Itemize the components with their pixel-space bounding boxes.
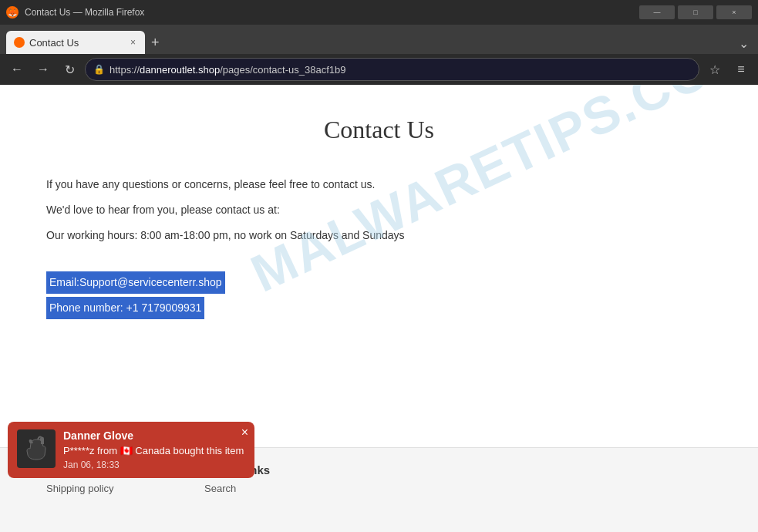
- popup-date: Jan 06, 18:33: [63, 460, 245, 470]
- popup-action: bought this item: [173, 445, 244, 456]
- shipping-policy-link[interactable]: Shipping policy: [46, 483, 127, 494]
- tab-close-button[interactable]: ×: [129, 35, 137, 49]
- intro-paragraph-2: We'd love to hear from you, please conta…: [46, 200, 712, 220]
- lock-icon: 🔒: [93, 64, 105, 75]
- window-controls: — □ ×: [639, 5, 752, 19]
- back-button[interactable]: ←: [6, 59, 28, 80]
- popup-buyer-name: P*****z from: [63, 445, 117, 456]
- tab-list-button[interactable]: ⌄: [736, 33, 752, 54]
- address-bar: ← → ↻ 🔒 https://danneroutlet.shop/pages/…: [0, 54, 758, 85]
- page-content: MALWARETIPS.COM Contact Us If you have a…: [0, 85, 758, 532]
- url-path: /pages/contact-us_38acf1b9: [220, 64, 345, 76]
- popup-buyer-info: P*****z from 🇨🇦 Canada bought this item: [63, 445, 245, 456]
- title-bar: 🦊 Contact Us — Mozilla Firefox — □ ×: [0, 0, 758, 25]
- menu-button[interactable]: ≡: [730, 59, 752, 80]
- window-title: Contact Us — Mozilla Firefox: [25, 7, 144, 18]
- email-link[interactable]: Email:Support@servicecenterr.shop: [46, 271, 225, 294]
- main-content: Contact Us If you have any questions or …: [0, 85, 758, 335]
- firefox-icon: 🦊: [6, 6, 19, 19]
- new-tab-button[interactable]: +: [145, 31, 166, 54]
- working-hours: Our working hours: 8:00 am-18:00 pm, no …: [46, 226, 712, 245]
- close-window-button[interactable]: ×: [716, 5, 752, 19]
- phone-link[interactable]: Phone number: +1 7179009931: [46, 297, 204, 319]
- popup-flag-icon: 🇨🇦: [120, 445, 136, 456]
- popup-close-button[interactable]: ×: [241, 426, 248, 439]
- page-title: Contact Us: [46, 116, 712, 144]
- active-tab[interactable]: Contact Us ×: [6, 31, 145, 54]
- popup-product-title: Danner Glove: [63, 429, 245, 442]
- popup-country: Canada: [135, 445, 170, 456]
- tab-bar: Contact Us × + ⌄: [0, 25, 758, 54]
- bookmark-button[interactable]: ☆: [704, 59, 726, 80]
- minimize-button[interactable]: —: [639, 5, 675, 19]
- maximize-button[interactable]: □: [678, 5, 713, 19]
- address-bar-input[interactable]: 🔒 https://danneroutlet.shop/pages/contac…: [85, 58, 699, 81]
- url-display: https://danneroutlet.shop/pages/contact-…: [109, 64, 691, 76]
- url-domain: danneroutlet.shop: [140, 64, 220, 76]
- popup-product-image: [17, 429, 56, 468]
- tab-favicon: [14, 37, 25, 48]
- search-link[interactable]: Search: [204, 483, 270, 494]
- forward-button[interactable]: →: [32, 59, 54, 80]
- popup-info: Danner Glove P*****z from 🇨🇦 Canada boug…: [63, 429, 245, 470]
- intro-paragraph-1: If you have any questions or concerns, p…: [46, 175, 712, 194]
- content-body: If you have any questions or concerns, p…: [46, 175, 712, 319]
- purchase-popup: Danner Glove P*****z from 🇨🇦 Canada boug…: [8, 422, 254, 478]
- reload-button[interactable]: ↻: [59, 59, 80, 80]
- tab-title: Contact Us: [29, 37, 124, 49]
